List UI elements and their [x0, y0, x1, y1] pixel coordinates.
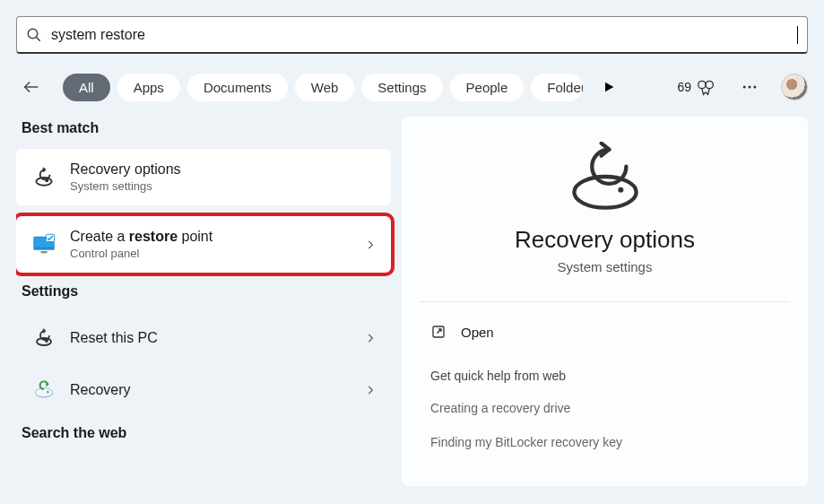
tab-people[interactable]: People	[450, 74, 525, 101]
svg-line-1	[36, 37, 40, 41]
result-title: Create a restore point	[70, 229, 364, 245]
open-action[interactable]: Open	[427, 311, 783, 352]
help-link-bitlocker[interactable]: Finding my BitLocker recovery key	[427, 430, 783, 455]
search-icon	[26, 27, 42, 43]
details-title: Recovery options	[515, 226, 695, 254]
avatar[interactable]	[781, 74, 808, 100]
result-create-restore-point[interactable]: Create a restore point Control panel	[16, 216, 391, 273]
help-link-recovery-drive[interactable]: Creating a recovery drive	[427, 395, 783, 421]
result-title: Reset this PC	[70, 330, 364, 346]
monitor-icon	[30, 231, 57, 258]
rewards-count: 69	[677, 80, 691, 94]
svg-point-8	[753, 86, 756, 89]
back-button[interactable]	[16, 72, 47, 102]
svg-marker-3	[605, 83, 613, 92]
results-panel: Best match Recovery options System setti…	[16, 117, 402, 486]
chevron-right-icon	[364, 332, 377, 344]
filter-tabs-row: All Apps Documents Web Settings People F…	[0, 61, 824, 117]
details-subtitle: System settings	[558, 259, 653, 274]
chevron-right-icon	[364, 384, 377, 396]
more-button[interactable]	[734, 72, 765, 102]
tab-all[interactable]: All	[63, 74, 110, 101]
result-subtitle: Control panel	[70, 247, 364, 260]
chat-button[interactable]	[594, 72, 624, 102]
search-box[interactable]: system restore	[16, 16, 808, 54]
settings-section-label: Settings	[22, 283, 391, 300]
chevron-right-icon	[364, 239, 377, 251]
recovery-icon	[30, 164, 57, 191]
svg-point-5	[706, 81, 713, 88]
result-subtitle: System settings	[70, 179, 377, 193]
text-cursor	[797, 26, 798, 44]
svg-point-6	[743, 86, 746, 89]
result-reset-this-pc[interactable]: Reset this PC	[16, 312, 391, 364]
tab-apps[interactable]: Apps	[117, 74, 180, 101]
rewards-indicator[interactable]: 69	[677, 78, 715, 96]
open-icon	[430, 324, 447, 340]
svg-point-7	[749, 86, 751, 89]
tab-settings[interactable]: Settings	[361, 74, 442, 101]
result-title: Recovery options	[70, 161, 377, 178]
tab-documents[interactable]: Documents	[187, 74, 288, 101]
tab-web[interactable]: Web	[295, 74, 355, 101]
svg-point-17	[47, 391, 49, 394]
recovery-icon	[30, 325, 57, 352]
svg-point-4	[698, 81, 706, 88]
help-section-label: Get quick help from web	[430, 369, 779, 383]
search-input[interactable]: system restore	[51, 27, 796, 43]
divider	[420, 301, 790, 302]
svg-point-0	[28, 29, 38, 39]
result-recovery-options[interactable]: Recovery options System settings	[16, 149, 391, 205]
best-match-label: Best match	[22, 120, 391, 136]
search-web-label: Search the web	[22, 425, 391, 441]
svg-point-19	[618, 187, 623, 193]
rewards-icon	[697, 78, 715, 96]
tab-folders[interactable]: Folders	[531, 74, 583, 101]
result-recovery[interactable]: Recovery	[16, 364, 391, 416]
open-label: Open	[461, 325, 494, 340]
recovery-color-icon	[30, 377, 57, 404]
details-panel: Recovery options System settings Open Ge…	[402, 117, 808, 486]
result-title: Recovery	[70, 382, 364, 398]
svg-rect-12	[41, 251, 48, 253]
recovery-hero-icon	[565, 142, 646, 212]
